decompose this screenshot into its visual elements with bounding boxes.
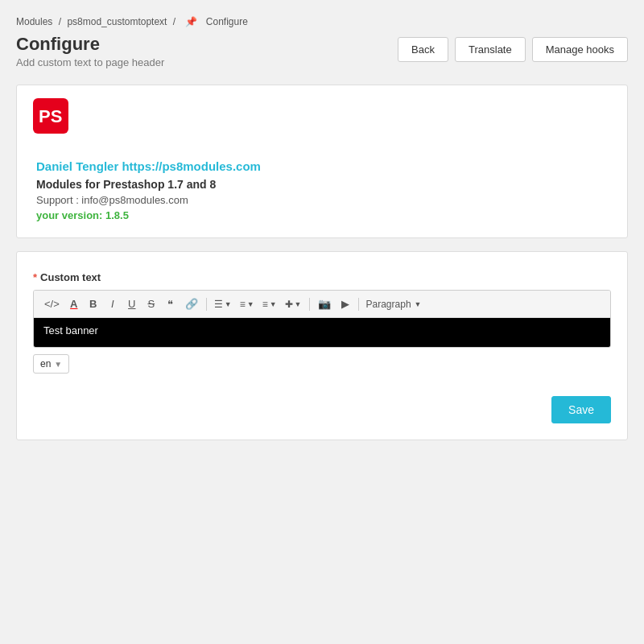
ps-logo-icon: PS — [33, 98, 68, 134]
page-header-left: Configure Add custom text to page header — [16, 34, 164, 68]
version-label: your version: — [36, 209, 102, 221]
breadcrumb: Modules / ps8mod_customtoptext / 📌 Confi… — [16, 16, 628, 27]
editor-text: Test banner — [43, 324, 98, 336]
language-dropdown-chevron: ▼ — [54, 360, 62, 369]
back-button[interactable]: Back — [398, 37, 448, 62]
module-info-content: Daniel Tengler https://ps8modules.com Mo… — [17, 147, 627, 237]
breadcrumb-pin-icon: 📌 — [185, 16, 197, 27]
toolbar-underline-btn[interactable]: U — [123, 295, 141, 312]
svg-text:PS: PS — [39, 106, 62, 126]
version-value: 1.8.5 — [105, 209, 129, 221]
required-asterisk: * — [33, 271, 37, 283]
toolbar-blockquote-btn[interactable]: ❝ — [162, 295, 180, 312]
toolbar-image-btn[interactable]: 📷 — [314, 295, 335, 312]
language-code: en — [40, 358, 51, 369]
toolbar-video-btn[interactable]: ▶ — [336, 295, 354, 312]
form-card: *Custom text </> A B I U S ❝ 🔗 ☰ — [16, 251, 628, 440]
module-logo-area: PS — [17, 85, 627, 147]
toolbar-italic-btn[interactable]: I — [104, 295, 122, 312]
save-button[interactable]: Save — [551, 396, 611, 423]
translate-button[interactable]: Translate — [455, 37, 526, 62]
custom-text-field-group: *Custom text </> A B I U S ❝ 🔗 ☰ — [33, 271, 611, 374]
page-header: Configure Add custom text to page header… — [16, 34, 628, 68]
author-link[interactable]: Daniel Tengler https://ps8modules.com — [36, 159, 261, 173]
toolbar-unordered-list-dropdown[interactable]: ≡ ▼ — [237, 297, 258, 312]
page-header-actions: Back Translate Manage hooks — [398, 37, 628, 62]
toolbar-separator-2 — [309, 298, 310, 311]
editor-content-area[interactable]: Test banner — [34, 318, 610, 347]
editor-toolbar: </> A B I U S ❝ 🔗 ☰ ▼ ≡ ▼ — [34, 291, 610, 318]
toolbar-font-color-btn[interactable]: A — [65, 295, 83, 312]
toolbar-bold-btn[interactable]: B — [85, 295, 102, 312]
toolbar-code-btn[interactable]: </> — [40, 295, 64, 312]
support-text: Support : info@ps8modules.com — [36, 194, 608, 206]
toolbar-align-dropdown[interactable]: ☰ ▼ — [211, 297, 235, 312]
manage-hooks-button[interactable]: Manage hooks — [532, 37, 628, 62]
toolbar-strikethrough-btn[interactable]: S — [142, 295, 160, 312]
breadcrumb-modules-link[interactable]: Modules — [16, 16, 52, 27]
field-label-text: Custom text — [40, 271, 101, 283]
paragraph-label: Paragraph — [366, 299, 411, 310]
breadcrumb-current: Configure — [206, 16, 248, 27]
module-title: Modules for Prestashop 1.7 and 8 — [36, 178, 608, 191]
version-text: your version: 1.8.5 — [36, 209, 608, 221]
breadcrumb-module-name-link[interactable]: ps8mod_customtoptext — [67, 16, 167, 27]
toolbar-ordered-list-dropdown[interactable]: ≡ ▼ — [259, 297, 280, 312]
toolbar-table-dropdown[interactable]: ✚ ▼ — [282, 297, 305, 312]
page-subtitle: Add custom text to page header — [16, 56, 164, 68]
module-info-card: PS Daniel Tengler https://ps8modules.com… — [16, 85, 628, 238]
rich-text-editor: </> A B I U S ❝ 🔗 ☰ ▼ ≡ ▼ — [33, 290, 611, 348]
custom-text-label: *Custom text — [33, 271, 611, 283]
toolbar-separator-3 — [358, 298, 359, 311]
toolbar-separator-1 — [206, 298, 207, 311]
page-title: Configure — [16, 34, 164, 55]
toolbar-link-btn[interactable]: 🔗 — [181, 295, 202, 312]
form-footer: Save — [33, 386, 611, 423]
toolbar-paragraph-dropdown[interactable]: Paragraph ▼ — [363, 297, 425, 312]
language-selector[interactable]: en ▼ — [33, 354, 69, 374]
